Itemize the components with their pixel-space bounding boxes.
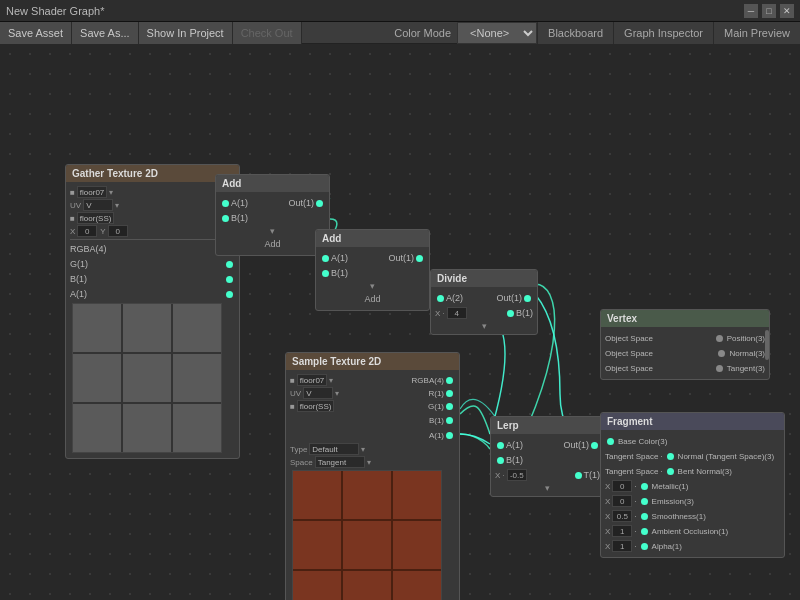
node-fragment[interactable]: Fragment Base Color(3) Tangent Space · N… [600, 412, 785, 558]
maximize-button[interactable]: □ [762, 4, 776, 18]
gather-a-out: A(1) [70, 287, 235, 301]
node-fragment-header: Fragment [601, 413, 784, 430]
check-out-button[interactable]: Check Out [233, 22, 302, 44]
save-asset-button[interactable]: Save Asset [0, 22, 72, 44]
gather-rgba-out: RGBA(4) [70, 242, 235, 256]
canvas-area[interactable]: Gather Texture 2D ■ floor07 ▾ UV V ▾ ■ f… [0, 44, 800, 600]
toolbar: Save Asset Save As... Show In Project Ch… [0, 22, 800, 44]
node-add1-body: A(1) Out(1) B(1) ▾ Add [216, 192, 329, 255]
gather-xy-row: X 0 Y 0 [70, 225, 235, 237]
color-mode-select[interactable]: <None>TemperatureValidation [457, 22, 537, 44]
node-lerp-header: Lerp [491, 417, 604, 434]
blackboard-tab[interactable]: Blackboard [537, 22, 613, 44]
gather-g-out: G(1) [70, 257, 235, 271]
save-as-button[interactable]: Save As... [72, 22, 139, 44]
divide-a-in: A(2) Out(1) [435, 291, 533, 305]
minimize-button[interactable]: ─ [744, 4, 758, 18]
title-text: New Shader Graph* [6, 5, 104, 17]
vertex-position: Object Space Position(3) [605, 331, 765, 345]
node-gather-texture[interactable]: Gather Texture 2D ■ floor07 ▾ UV V ▾ ■ f… [65, 164, 240, 459]
add2-a-in: A(1) Out(1) [320, 251, 425, 265]
gather-sampler-row: ■ floor(SS) [70, 212, 235, 224]
lerp-b-in: B(1) [495, 453, 600, 467]
window-controls: ─ □ ✕ [744, 4, 794, 18]
fragment-basecolor: Base Color(3) [605, 434, 780, 448]
node-sample-texture[interactable]: Sample Texture 2D ■ floor07 ▾ RGBA(4) UV… [285, 352, 460, 600]
sample-asset-row: ■ floor07 ▾ RGBA(4) [290, 374, 455, 386]
title-bar: New Shader Graph* ─ □ ✕ [0, 0, 800, 22]
add1-expand[interactable]: ▾ [220, 226, 325, 236]
node-vertex-body: Object Space Position(3) Object Space No… [601, 327, 769, 379]
gather-uv-row: UV V ▾ [70, 199, 235, 211]
gather-asset-row: ■ floor07 ▾ [70, 186, 235, 198]
add1-label: Add [220, 237, 325, 251]
add2-b-in: B(1) [320, 266, 425, 280]
fragment-emission: X 0 · Emission(3) [605, 494, 780, 508]
node-add2-body: A(1) Out(1) B(1) ▾ Add [316, 247, 429, 310]
lerp-expand[interactable]: ▾ [495, 483, 600, 493]
fragment-smoothness: X 0.5 · Smoothness(1) [605, 509, 780, 523]
sample-space-row: Space Tangent ▾ [290, 456, 455, 468]
fragment-alpha: X 1 · Alpha(1) [605, 539, 780, 553]
node-fragment-body: Base Color(3) Tangent Space · Normal (Ta… [601, 430, 784, 557]
sample-texture-preview [292, 470, 442, 600]
add1-a-in: A(1) Out(1) [220, 196, 325, 210]
add2-expand[interactable]: ▾ [320, 281, 425, 291]
sample-type-row: Type Default ▾ [290, 443, 455, 455]
fragment-normal: Tangent Space · Normal (Tangent Space)(3… [605, 449, 780, 463]
show-in-project-button[interactable]: Show In Project [139, 22, 233, 44]
main-preview-tab[interactable]: Main Preview [713, 22, 800, 44]
node-add1-header: Add [216, 175, 329, 192]
fragment-metallic: X 0 · Metallic(1) [605, 479, 780, 493]
node-divide[interactable]: Divide A(2) Out(1) X · 4 B(1) ▾ [430, 269, 538, 335]
sample-sampler-row: ■ floor(SS) G(1) [290, 400, 455, 412]
node-sample-body: ■ floor07 ▾ RGBA(4) UV V ▾ R(1) ■ floor(… [286, 370, 459, 600]
node-lerp-body: A(1) Out(1) B(1) X · -0.5 T(1) ▾ [491, 434, 604, 496]
add1-b-in: B(1) [220, 211, 325, 225]
node-lerp[interactable]: Lerp A(1) Out(1) B(1) X · -0.5 T(1) ▾ [490, 416, 605, 497]
node-divide-header: Divide [431, 270, 537, 287]
node-vertex[interactable]: Vertex Object Space Position(3) Object S… [600, 309, 770, 380]
node-gather-body: ■ floor07 ▾ UV V ▾ ■ floor(SS) X 0 Y 0 R… [66, 182, 239, 458]
vertex-tangent: Object Space Tangent(3) [605, 361, 765, 375]
graph-inspector-tab[interactable]: Graph Inspector [613, 22, 713, 44]
node-gather-header: Gather Texture 2D [66, 165, 239, 182]
node-divide-body: A(2) Out(1) X · 4 B(1) ▾ [431, 287, 537, 334]
sample-uv-row: UV V ▾ R(1) [290, 387, 455, 399]
divide-b-in: X · 4 B(1) [435, 306, 533, 320]
node-add2-header: Add [316, 230, 429, 247]
gather-texture-preview [72, 303, 222, 453]
sample-a-out: A(1) [290, 428, 455, 442]
lerp-t-in: X · -0.5 T(1) [495, 468, 600, 482]
vertex-drag-handle[interactable] [765, 330, 769, 360]
color-mode-label: Color Mode [388, 27, 457, 39]
gather-b-out: B(1) [70, 272, 235, 286]
node-add1[interactable]: Add A(1) Out(1) B(1) ▾ Add [215, 174, 330, 256]
vertex-normal: Object Space Normal(3) [605, 346, 765, 360]
close-button[interactable]: ✕ [780, 4, 794, 18]
node-vertex-header: Vertex [601, 310, 769, 327]
fragment-ao: X 1 · Ambient Occlusion(1) [605, 524, 780, 538]
node-sample-header: Sample Texture 2D [286, 353, 459, 370]
node-add2[interactable]: Add A(1) Out(1) B(1) ▾ Add [315, 229, 430, 311]
sample-b-out: B(1) [290, 413, 455, 427]
add2-label: Add [320, 292, 425, 306]
divide-expand[interactable]: ▾ [435, 321, 533, 331]
fragment-bentnormal: Tangent Space · Bent Normal(3) [605, 464, 780, 478]
lerp-a-in: A(1) Out(1) [495, 438, 600, 452]
